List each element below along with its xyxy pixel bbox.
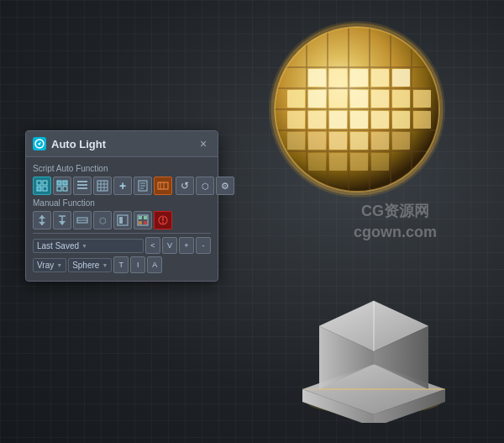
svg-rect-28 (308, 111, 326, 129)
dialog-titlebar[interactable]: Auto Light × (26, 131, 218, 157)
sphere-dropdown[interactable]: Sphere ▼ (68, 258, 112, 272)
svg-point-99 (162, 222, 164, 224)
btn-minus[interactable]: - (196, 237, 211, 254)
script-tools-row: + ↺ ⬡ ⚙ (33, 177, 211, 195)
dialog-title: Auto Light (51, 138, 196, 150)
svg-rect-38 (371, 132, 389, 150)
tool-script-1[interactable] (33, 177, 51, 195)
btn-plus[interactable]: + (179, 237, 194, 254)
svg-rect-64 (63, 181, 67, 185)
svg-rect-17 (350, 69, 368, 87)
svg-marker-84 (39, 222, 45, 225)
svg-rect-21 (308, 90, 326, 108)
sphere-label: Sphere (72, 261, 99, 270)
last-saved-row: Last Saved ▼ < V + - (33, 237, 211, 254)
svg-rect-66 (63, 187, 67, 191)
svg-rect-26 (413, 90, 431, 108)
svg-rect-96 (144, 221, 147, 224)
svg-rect-93 (139, 216, 142, 219)
tool-refresh[interactable]: ↺ (176, 177, 194, 195)
svg-rect-36 (329, 132, 347, 150)
svg-rect-94 (144, 216, 147, 219)
tool-manual-1[interactable] (33, 211, 51, 229)
btn-I[interactable]: I (130, 256, 145, 273)
svg-rect-79 (158, 182, 168, 189)
tool-settings[interactable]: ⚙ (216, 177, 234, 195)
svg-marker-83 (39, 215, 45, 219)
script-section-label: Script Auto Function (33, 164, 211, 173)
svg-rect-70 (97, 181, 108, 191)
svg-rect-41 (329, 153, 347, 171)
svg-rect-68 (77, 184, 87, 186)
tool-hex[interactable]: ⬡ (196, 177, 214, 195)
vray-sphere-row: Vray ▼ Sphere ▼ T I A (33, 256, 211, 273)
svg-rect-65 (57, 187, 61, 191)
svg-rect-25 (392, 90, 410, 108)
svg-rect-19 (392, 69, 410, 87)
manual-tools-row: ⬡ (33, 211, 211, 229)
manual-section-label: Manual Function (33, 198, 211, 208)
svg-rect-33 (413, 111, 431, 129)
tool-script-6[interactable] (154, 177, 172, 195)
svg-rect-61 (37, 187, 41, 191)
svg-rect-40 (308, 153, 326, 171)
tool-manual-5[interactable] (113, 211, 132, 229)
svg-rect-24 (371, 90, 389, 108)
sphere-object (256, 13, 458, 218)
svg-rect-69 (77, 187, 87, 189)
svg-rect-91 (119, 217, 123, 224)
svg-marker-86 (59, 221, 66, 225)
svg-rect-60 (43, 181, 47, 185)
svg-rect-35 (308, 132, 326, 150)
vray-arrow: ▼ (56, 262, 62, 268)
tool-manual-4[interactable]: ⬡ (93, 211, 112, 229)
dialog-close-button[interactable]: × (196, 136, 211, 151)
tool-script-3[interactable] (73, 177, 92, 195)
tool-script-2[interactable] (53, 177, 71, 195)
auto-light-dialog: Auto Light × Script Auto Function + (25, 130, 218, 282)
tool-manual-2[interactable] (53, 211, 71, 229)
svg-rect-43 (371, 153, 389, 171)
last-saved-dropdown[interactable]: Last Saved ▼ (33, 239, 144, 253)
tool-manual-3[interactable] (73, 211, 92, 229)
vray-dropdown[interactable]: Vray ▼ (33, 258, 66, 272)
btn-T[interactable]: T (113, 256, 129, 273)
svg-rect-37 (350, 132, 368, 150)
svg-rect-18 (371, 69, 389, 87)
last-saved-arrow: ▼ (81, 243, 87, 249)
vray-label: Vray (37, 261, 54, 270)
sphere-arrow: ▼ (102, 262, 108, 268)
svg-rect-22 (329, 90, 347, 108)
divider-1 (33, 233, 211, 234)
svg-rect-23 (350, 90, 368, 108)
svg-rect-31 (371, 111, 389, 129)
svg-rect-67 (77, 181, 87, 182)
svg-rect-62 (43, 187, 47, 191)
svg-rect-29 (329, 111, 347, 129)
svg-rect-30 (350, 111, 368, 129)
btn-lt[interactable]: < (145, 237, 160, 254)
dialog-body: Script Auto Function + ↺ (26, 157, 218, 281)
tool-manual-6[interactable] (134, 211, 152, 229)
svg-rect-15 (308, 69, 326, 87)
svg-rect-32 (392, 111, 410, 129)
tool-script-4[interactable] (93, 177, 112, 195)
btn-v[interactable]: V (162, 237, 177, 254)
svg-rect-95 (139, 221, 142, 224)
svg-rect-59 (37, 181, 41, 185)
svg-rect-63 (57, 181, 61, 185)
tool-manual-7[interactable] (154, 211, 172, 229)
tool-script-5[interactable] (134, 177, 152, 195)
svg-rect-34 (287, 132, 305, 150)
svg-rect-39 (392, 132, 410, 150)
pedestal-object (277, 246, 470, 426)
dialog-icon (33, 137, 46, 150)
btn-A[interactable]: A (147, 256, 162, 273)
svg-rect-27 (287, 111, 305, 129)
svg-rect-42 (350, 153, 368, 171)
tool-script-add[interactable]: + (113, 177, 132, 195)
svg-rect-20 (287, 90, 305, 108)
svg-rect-16 (329, 69, 347, 87)
last-saved-label: Last Saved (37, 241, 79, 251)
